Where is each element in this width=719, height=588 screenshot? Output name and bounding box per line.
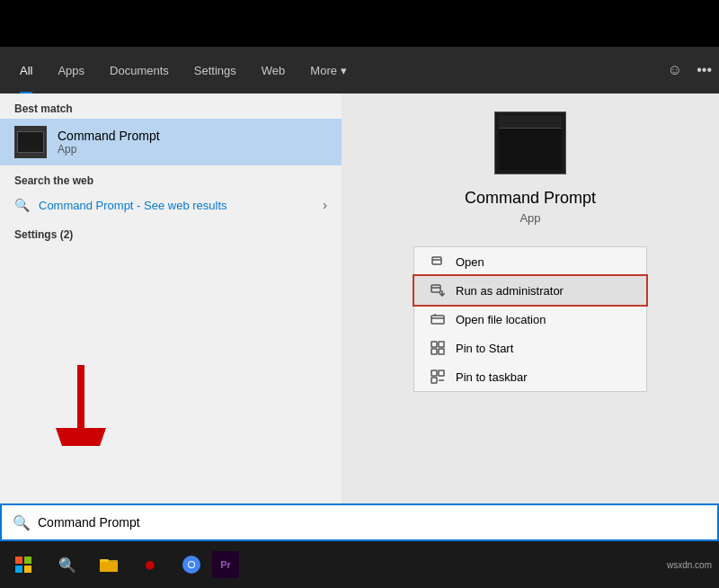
svg-rect-4 bbox=[431, 316, 444, 324]
cmd-app-icon bbox=[14, 126, 47, 158]
right-panel: Command Prompt App Open bbox=[342, 94, 719, 503]
best-match-label: Best match bbox=[0, 94, 342, 119]
svg-rect-18 bbox=[100, 562, 118, 572]
nav-tabs: All Apps Documents Settings Web More ▾ ☺… bbox=[0, 47, 719, 94]
result-text-block: Command Prompt App bbox=[58, 129, 327, 156]
taskbar: 🔍 ● Pr wsxdn.com bbox=[0, 541, 719, 588]
pin-taskbar-label: Pin to taskbar bbox=[456, 370, 528, 384]
tab-settings[interactable]: Settings bbox=[182, 47, 249, 94]
context-menu: Open Run as administrator bbox=[413, 246, 647, 392]
start-menu: All Apps Documents Settings Web More ▾ ☺… bbox=[0, 47, 719, 503]
svg-rect-6 bbox=[439, 342, 444, 347]
svg-rect-10 bbox=[439, 370, 444, 376]
command-prompt-result[interactable]: Command Prompt App bbox=[0, 119, 342, 165]
web-search-arrow-icon: › bbox=[323, 198, 327, 212]
app-preview-name: Command Prompt bbox=[465, 189, 596, 208]
tab-web-label: Web bbox=[262, 64, 286, 77]
svg-rect-5 bbox=[431, 342, 437, 347]
nav-right-icons: ☺ ••• bbox=[668, 62, 712, 78]
taskbar-icons: 🔍 ● Pr bbox=[47, 541, 239, 588]
web-search-suffix: - See web results bbox=[133, 199, 226, 212]
open-label: Open bbox=[456, 255, 484, 269]
main-content: Best match Command Prompt App Search the… bbox=[0, 94, 719, 503]
tab-apps[interactable]: Apps bbox=[45, 47, 97, 94]
pin-taskbar-icon bbox=[429, 370, 447, 384]
svg-point-21 bbox=[189, 562, 194, 567]
svg-rect-15 bbox=[24, 566, 31, 573]
context-open-location[interactable]: Open file location bbox=[414, 305, 646, 334]
red-arrow-annotation bbox=[45, 356, 117, 450]
run-admin-label: Run as administrator bbox=[456, 284, 564, 298]
search-bar-icon: 🔍 bbox=[13, 514, 31, 531]
result-name: Command Prompt bbox=[58, 129, 327, 143]
tab-all-label: All bbox=[20, 64, 32, 77]
svg-rect-7 bbox=[431, 349, 437, 354]
pin-start-label: Pin to Start bbox=[456, 342, 513, 355]
tab-all[interactable]: All bbox=[7, 47, 45, 94]
cmd-icon-inner bbox=[17, 131, 44, 153]
tab-more-label: More bbox=[310, 64, 337, 77]
search-bar: 🔍 bbox=[0, 503, 719, 541]
svg-rect-9 bbox=[431, 370, 437, 376]
result-type: App bbox=[58, 143, 327, 156]
taskbar-opera[interactable]: ● bbox=[129, 541, 171, 588]
tab-more[interactable]: More ▾ bbox=[297, 47, 360, 94]
tab-documents[interactable]: Documents bbox=[97, 47, 182, 94]
svg-rect-13 bbox=[24, 557, 31, 564]
svg-rect-3 bbox=[431, 285, 440, 292]
svg-rect-14 bbox=[15, 566, 22, 573]
context-pin-taskbar[interactable]: Pin to taskbar bbox=[414, 362, 646, 391]
web-search-label: Search the web bbox=[0, 165, 342, 191]
settings-label: Settings (2) bbox=[0, 219, 342, 245]
feedback-icon[interactable]: ☺ bbox=[668, 62, 682, 78]
open-location-icon bbox=[429, 312, 447, 326]
svg-rect-12 bbox=[15, 557, 22, 564]
context-open[interactable]: Open bbox=[414, 247, 646, 276]
open-location-label: Open file location bbox=[456, 313, 546, 326]
svg-rect-2 bbox=[432, 257, 441, 264]
web-search-text: Command Prompt - See web results bbox=[39, 199, 227, 212]
tab-apps-label: Apps bbox=[58, 64, 84, 77]
tab-web[interactable]: Web bbox=[249, 47, 298, 94]
tab-settings-label: Settings bbox=[194, 64, 236, 77]
svg-rect-11 bbox=[431, 378, 437, 383]
taskbar-file-explorer[interactable] bbox=[88, 541, 129, 588]
watermark: wsxdn.com bbox=[667, 560, 719, 570]
search-input[interactable] bbox=[38, 515, 706, 530]
context-pin-start[interactable]: Pin to Start bbox=[414, 334, 646, 362]
more-options-icon[interactable]: ••• bbox=[697, 62, 712, 78]
taskbar-search[interactable]: 🔍 bbox=[47, 541, 88, 588]
web-search-item[interactable]: 🔍 Command Prompt - See web results › bbox=[0, 191, 342, 219]
start-button[interactable] bbox=[0, 541, 47, 588]
taskbar-premiere[interactable]: Pr bbox=[212, 551, 239, 578]
left-panel: Best match Command Prompt App Search the… bbox=[0, 94, 342, 503]
tab-documents-label: Documents bbox=[110, 64, 169, 77]
search-icon: 🔍 bbox=[14, 198, 30, 212]
web-search-query: Command Prompt bbox=[39, 199, 133, 212]
taskbar-chrome[interactable] bbox=[171, 541, 212, 588]
pin-start-icon bbox=[429, 341, 447, 355]
context-run-admin[interactable]: Run as administrator bbox=[414, 276, 646, 305]
app-preview-icon bbox=[494, 111, 566, 174]
chevron-down-icon: ▾ bbox=[341, 64, 347, 77]
svg-rect-8 bbox=[439, 349, 444, 354]
app-preview-type: App bbox=[519, 211, 540, 225]
open-icon bbox=[429, 254, 447, 269]
run-admin-icon bbox=[429, 283, 447, 298]
